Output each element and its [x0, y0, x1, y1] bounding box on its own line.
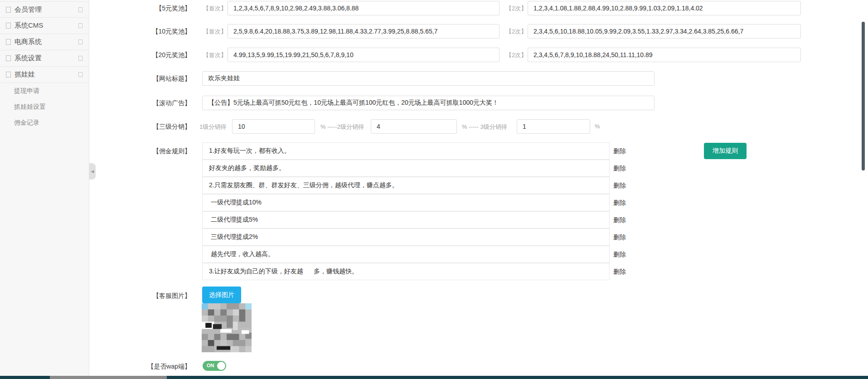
horizontal-scrollbar-thumb[interactable]	[50, 376, 167, 379]
sidebar-subitem-claw-settings[interactable]: 抓娃娃设置	[0, 99, 89, 115]
sidebar-item-label: 系统设置	[15, 54, 78, 63]
chevron-down-icon	[78, 23, 82, 28]
rule-row: 删除	[202, 246, 655, 263]
delete-rule-button[interactable]: 删除	[613, 233, 626, 242]
rule-input[interactable]	[202, 142, 610, 160]
chevron-down-icon	[78, 56, 82, 61]
pool-5-second-input[interactable]	[528, 1, 801, 15]
horizontal-scrollbar	[0, 376, 868, 379]
vertical-scrollbar-thumb[interactable]	[862, 22, 865, 170]
rule-input[interactable]	[202, 246, 610, 263]
tier3-input[interactable]	[517, 119, 590, 134]
first-time-tag: 【首次】	[203, 51, 227, 59]
pool-20-first-input[interactable]	[228, 48, 499, 62]
rule-row: 删除	[202, 263, 655, 280]
pool-5-first-input[interactable]	[228, 1, 499, 15]
pool-10-first-input[interactable]	[228, 24, 499, 39]
rule-input[interactable]	[202, 211, 610, 228]
service-image-label: 【客服图片】	[127, 292, 191, 300]
rule-input[interactable]	[202, 263, 610, 280]
delete-rule-button[interactable]: 删除	[613, 147, 626, 155]
sidebar-subitem-withdrawal[interactable]: 提现申请	[0, 83, 89, 99]
delete-rule-button[interactable]: 删除	[613, 216, 626, 224]
rule-row: 删除	[202, 194, 655, 211]
rule-input[interactable]	[202, 228, 610, 246]
sidebar-collapse-handle[interactable]: ◀	[89, 163, 96, 180]
sidebar-item-label: 会员管理	[15, 5, 78, 14]
commission-label: 【佣金规则】	[127, 147, 191, 155]
tier1-label: 1级分销得	[199, 123, 226, 131]
pool-10-second-input[interactable]	[528, 24, 801, 39]
pool-20-second-input[interactable]	[528, 48, 801, 62]
add-rule-button[interactable]: 增加规则	[704, 143, 747, 159]
menu-icon	[6, 7, 11, 13]
menu-icon	[6, 23, 11, 29]
sidebar: 会员管理 系统CMS 电商系统 系统设置 抓娃娃 提现申请 抓娃娃设置 佣金记录	[0, 0, 89, 379]
rule-input[interactable]	[202, 194, 610, 211]
admin-settings-page: 会员管理 系统CMS 电商系统 系统设置 抓娃娃 提现申请 抓娃娃设置 佣金记录…	[0, 0, 868, 379]
menu-icon	[6, 72, 11, 78]
chevron-down-icon	[78, 39, 82, 44]
sidebar-subitem-commission-log[interactable]: 佣金记录	[0, 115, 89, 131]
tier1-input[interactable]	[232, 119, 315, 134]
sidebar-item-label: 抓娃娃	[15, 70, 78, 79]
chevron-down-icon	[78, 7, 82, 12]
pool-20-label: 【20元奖池】	[127, 51, 191, 59]
distribution-label: 【三级分销】	[127, 123, 191, 131]
rule-row: 删除	[202, 160, 655, 177]
sidebar-item-label: 电商系统	[15, 38, 78, 46]
site-title-input[interactable]	[202, 71, 655, 86]
tier2-input[interactable]	[371, 119, 457, 134]
delete-rule-button[interactable]: 删除	[613, 182, 626, 190]
marquee-input[interactable]	[202, 96, 655, 110]
first-time-tag: 【首次】	[203, 28, 227, 36]
pool-5-label: 【5元奖池】	[127, 5, 191, 13]
sidebar-item-cms[interactable]: 系统CMS	[0, 18, 89, 34]
sidebar-item-claw-machine[interactable]: 抓娃娃	[0, 67, 89, 83]
percent-sign: %	[595, 123, 600, 130]
rule-row: 删除	[202, 177, 655, 194]
wap-toggle[interactable]: ON	[203, 361, 226, 371]
wap-label: 【是否wap端】	[127, 363, 191, 371]
tier2-separator: % -----2级分销得	[320, 123, 364, 131]
toggle-on-text: ON	[207, 363, 214, 368]
menu-icon	[6, 55, 11, 61]
rule-input[interactable]	[202, 160, 610, 177]
rule-row: 删除	[202, 211, 655, 228]
sidebar-item-label: 系统CMS	[15, 21, 78, 30]
first-time-tag: 【首次】	[203, 5, 227, 13]
chevron-down-icon	[78, 72, 82, 77]
choose-image-button[interactable]: 选择图片	[202, 287, 241, 303]
second-time-tag: 【2次】	[506, 28, 527, 36]
second-time-tag: 【2次】	[506, 51, 527, 59]
delete-rule-button[interactable]: 删除	[613, 268, 626, 276]
delete-rule-button[interactable]: 删除	[613, 165, 626, 173]
customer-service-image	[202, 303, 252, 352]
pool-10-label: 【10元奖池】	[127, 28, 191, 36]
sidebar-item-ecommerce[interactable]: 电商系统	[0, 34, 89, 50]
delete-rule-button[interactable]: 删除	[613, 199, 626, 207]
rule-input[interactable]	[202, 177, 610, 194]
site-title-label: 【网站标题】	[127, 75, 191, 83]
rule-row: 删除	[202, 228, 655, 246]
menu-icon	[6, 39, 11, 45]
marquee-label: 【滚动广告】	[127, 99, 191, 107]
sidebar-item-system-settings[interactable]: 系统设置	[0, 50, 89, 67]
second-time-tag: 【2次】	[506, 5, 527, 13]
rule-row: 删除	[202, 142, 655, 160]
toggle-knob	[217, 362, 225, 370]
sidebar-item-members[interactable]: 会员管理	[0, 1, 89, 18]
delete-rule-button[interactable]: 删除	[613, 251, 626, 259]
tier3-separator: % ----- 3级分销得	[462, 123, 507, 131]
